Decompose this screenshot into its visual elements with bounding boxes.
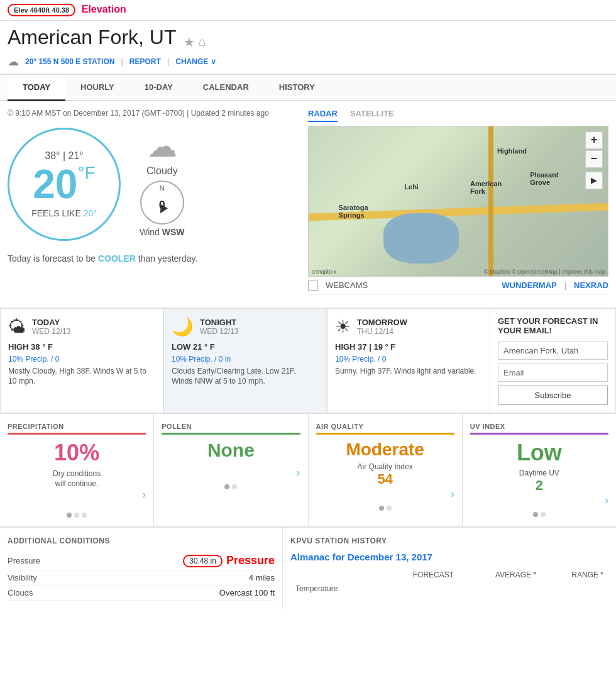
almanac-col-average: AVERAGE * — [459, 569, 540, 581]
condition-text: Cloudy — [140, 165, 185, 177]
weather-condition: ☁ Cloudy N 0 ▲ Wind WSW — [140, 131, 185, 237]
location-input[interactable] — [498, 342, 608, 360]
map-label-american-fork: AmericanFork — [470, 180, 502, 195]
widget-inner-uv: Low Daytime UV 2 › — [470, 440, 608, 507]
forecast-date-tonight: WED 12/13 — [200, 327, 238, 336]
nexrad-link[interactable]: NEXRAD — [574, 281, 608, 290]
dot3 — [82, 513, 87, 518]
widget-inner-precipitation: 10% Dry conditionswill continue. › — [8, 440, 146, 508]
map-container[interactable]: Highland Lehi AmericanFork PleasantGrove… — [308, 126, 608, 277]
forecast-message: Today is forecast to be COOLER than yest… — [8, 253, 300, 264]
air-dots — [316, 506, 454, 511]
pollen-arrow-icon[interactable]: › — [162, 466, 300, 479]
widget-inner-air: Moderate Air Quality Index 54 › — [316, 440, 454, 501]
map-attribution: © Mapbox © OpenStreetMap | Improve this … — [484, 269, 605, 275]
feels-like-label: FEELS LIKE — [31, 208, 81, 218]
forecast-period-today: TODAY — [32, 318, 70, 327]
condition-row-clouds: Clouds Overcast 100 ft — [8, 586, 275, 601]
map-tab-satellite[interactable]: SATELLITE — [350, 109, 394, 122]
forecast-icon-today: 🌤 — [8, 316, 26, 337]
forecast-card-today: 🌤 TODAY WED 12/13 HIGH 38 ° F 10% Precip… — [0, 308, 163, 413]
dot1 — [67, 513, 72, 518]
temp-unit: °F — [77, 164, 95, 182]
widget-sub-uv-value: 2 — [470, 477, 608, 494]
right-panel: RADAR SATELLITE Highland Lehi AmericanFo… — [308, 101, 616, 308]
tab-hourly[interactable]: HOURLY — [65, 75, 129, 101]
map-tab-radar[interactable]: RADAR — [308, 109, 338, 122]
map-zoom-controls: + − ▶ — [585, 131, 603, 189]
additional-conditions-title: ADDITIONAL CONDITIONS — [8, 536, 275, 545]
widget-title-precipitation: PRECIPITATION — [8, 423, 146, 435]
station-link[interactable]: 20° 155 N 500 E STATION — [25, 57, 114, 66]
top-bar: Elev 4640ft 40.38 Elevation — [0, 0, 616, 21]
tab-history[interactable]: HISTORY — [264, 75, 330, 101]
forecast-temp-tomorrow: HIGH 37 | 19 ° F — [335, 342, 482, 352]
wundermap-link[interactable]: WUNDERMAP — [502, 281, 556, 290]
almanac-value-average — [459, 582, 540, 595]
email-card-title: GET YOUR FORECAST IN YOUR EMAIL! — [498, 316, 608, 335]
station-sep2: | — [167, 57, 169, 66]
tab-today[interactable]: TODAY — [8, 75, 65, 101]
dot1 — [379, 506, 384, 511]
cloud-icon: ☁ — [140, 131, 185, 162]
widgets-row: PRECIPITATION 10% Dry conditionswill con… — [0, 413, 616, 528]
wind-label: Wind — [140, 227, 160, 237]
air-arrow-icon[interactable]: › — [316, 487, 454, 501]
forecast-header-tomorrow: ☀ TOMORROW THU 12/14 — [335, 316, 482, 337]
tab-calendar[interactable]: CALENDAR — [188, 75, 264, 101]
visibility-label: Visibility — [8, 573, 37, 582]
elevation-link[interactable]: Elevation — [82, 4, 126, 14]
pressure-badge: 30.48 in — [183, 555, 223, 567]
city-icons: ★ ⌂ — [184, 35, 206, 50]
additional-conditions: ADDITIONAL CONDITIONS Pressure 30.48 in … — [0, 528, 283, 609]
forecast-cards: 🌤 TODAY WED 12/13 HIGH 38 ° F 10% Precip… — [0, 308, 490, 413]
dot2 — [387, 506, 392, 511]
precip-link-today[interactable]: 10% Precip. / 0 — [8, 355, 59, 364]
star-icon[interactable]: ★ — [184, 35, 195, 50]
forecast-temp-today: HIGH 38 ° F — [8, 342, 155, 352]
forecast-msg-after: than yesterday. — [138, 253, 198, 264]
timestamp: © 9:10 AM MST on December 13, 2017 (GMT … — [8, 109, 300, 118]
uv-arrow-icon[interactable]: › — [470, 494, 608, 507]
forecast-section: 🌤 TODAY WED 12/13 HIGH 38 ° F 10% Precip… — [0, 308, 616, 413]
widget-value-pollen: None — [162, 440, 300, 461]
precip-arrow-icon[interactable]: › — [8, 488, 146, 501]
map-links: WUNDERMAP | NEXRAD — [502, 281, 608, 290]
pressure-highlight-label: Pressure — [226, 554, 275, 567]
widget-pollen: POLLEN None › — [154, 414, 308, 528]
map-pipe: | — [564, 281, 566, 290]
cooler-link[interactable]: COOLER — [98, 253, 136, 264]
uv-dots — [470, 512, 608, 517]
forecast-desc-tomorrow: Sunny. High 37F. Winds light and variabl… — [335, 366, 482, 377]
elevation-badge[interactable]: Elev 4640ft 40.38 — [8, 4, 75, 16]
forecast-date-tomorrow: THU 12/14 — [357, 327, 407, 336]
forecast-msg-before: Today is forecast to be — [8, 253, 98, 264]
map-label-highland: Highland — [497, 147, 527, 155]
subscribe-button[interactable]: Subscribe — [498, 386, 608, 405]
map-mapbox-logo: ⊙mapbox — [311, 269, 336, 275]
webcam-checkbox[interactable] — [308, 281, 318, 291]
widget-title-air: AIR QUALITY — [316, 423, 454, 435]
precip-dots — [8, 513, 146, 518]
change-link[interactable]: CHANGE ∨ — [175, 57, 216, 66]
forecast-icon-tonight: 🌙 — [172, 316, 194, 337]
map-zoom-out[interactable]: − — [585, 150, 603, 168]
map-zoom-in[interactable]: + — [585, 131, 603, 149]
precip-link-tomorrow[interactable]: 10% Precip. / 0 — [335, 355, 386, 364]
map-label-lehi: Lehi — [404, 183, 419, 191]
station-bar: ☁ 20° 155 N 500 E STATION | REPORT | CHA… — [0, 52, 616, 75]
condition-row-pressure: Pressure 30.48 in Pressure — [8, 552, 275, 570]
home-icon[interactable]: ⌂ — [199, 35, 206, 50]
tab-10day[interactable]: 10-DAY — [129, 75, 188, 101]
email-input[interactable] — [498, 364, 608, 382]
report-link[interactable]: REPORT — [129, 57, 161, 66]
precip-link-tonight[interactable]: 10% Precip. / 0 in — [172, 355, 231, 364]
pollen-dots — [162, 484, 300, 489]
forecast-date-today: WED 12/13 — [32, 327, 70, 336]
forecast-card-tomorrow: ☀ TOMORROW THU 12/14 HIGH 37 | 19 ° F 10… — [327, 308, 490, 413]
forecast-title-today: TODAY WED 12/13 — [32, 318, 70, 336]
map-background — [309, 126, 608, 276]
widget-sub-air-value: 54 — [316, 471, 454, 487]
map-play-button[interactable]: ▶ — [585, 172, 603, 189]
pressure-value: 30.48 in Pressure — [183, 554, 275, 567]
